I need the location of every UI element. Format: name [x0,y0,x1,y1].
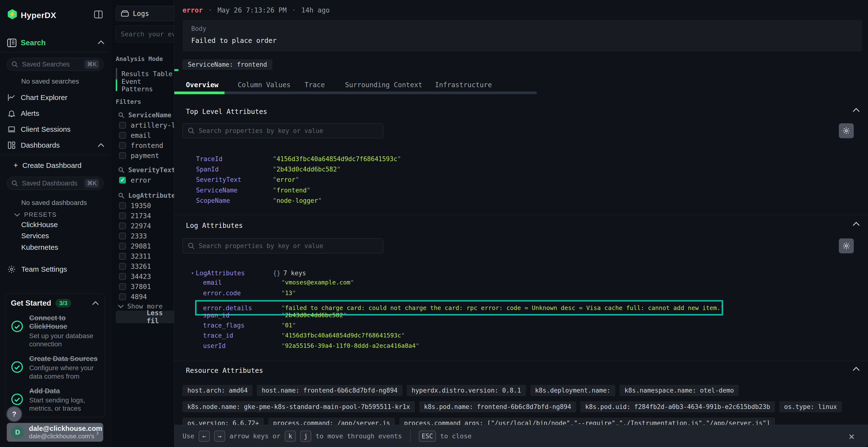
source-select-button[interactable]: Logs [116,6,174,21]
top-level-search-box[interactable] [183,123,383,138]
checkbox[interactable] [119,202,126,209]
sidebar-item-team-settings[interactable]: Team Settings [7,265,67,274]
resource-attribute-chip[interactable]: k8s.node.name: gke-pme-k8s-standard-main… [183,401,415,412]
filter-option[interactable]: frontend [119,141,163,150]
filter-option[interactable]: email [119,131,151,140]
preset-item-kubernetes[interactable]: Kubernetes [21,243,58,251]
checkbox-checked[interactable]: ✓ [119,177,126,183]
collapse-section-icon[interactable] [852,367,862,371]
create-dashboard-button[interactable]: + Create Dashboard [13,161,82,170]
resource-attribute-chip[interactable]: k8s.deployment.name: [530,385,615,396]
tab-trace[interactable]: Trace [305,81,325,89]
checkbox[interactable] [119,233,126,239]
presets-toggle[interactable]: PRESETS [14,211,57,218]
attribute-key[interactable]: trace_flags [203,322,245,329]
less-filters-button[interactable]: Less fil [116,311,174,323]
checkbox[interactable] [119,212,126,219]
resource-attribute-chip[interactable]: host.arch: amd64 [183,385,252,396]
top-level-search-input[interactable] [198,127,378,135]
help-button[interactable]: ? [6,406,22,422]
tab-column-values[interactable]: Column Values [238,81,290,89]
attribute-value[interactable]: "92a55156-39a4-11f0-8ddd-a2eca416a8a4" [281,342,419,349]
checkbox[interactable] [119,253,126,260]
filter-option[interactable]: 29081 [119,241,151,251]
checkbox[interactable] [119,243,126,249]
attribute-value[interactable]: "4156d3fbc40a64854d9dc7f68641593c" [273,156,401,163]
attribute-key[interactable]: ServiceName [196,187,238,194]
collapse-section-icon[interactable] [852,108,862,112]
filter-option[interactable]: 32311 [119,251,151,261]
checkbox[interactable] [119,273,126,280]
sidebar-item-search[interactable]: Search [21,38,45,47]
attribute-value[interactable]: "01" [281,322,296,329]
saved-dashboards-search[interactable]: ⌘K [7,177,104,190]
analysis-mode-event-patterns[interactable]: Event Patterns [116,79,174,91]
key-esc[interactable]: ESC [419,431,436,442]
filter-option[interactable]: 4894 [119,292,147,302]
sidebar-item-alerts[interactable]: Alerts [0,106,111,121]
saved-searches-input[interactable] [22,61,85,68]
filter-option[interactable]: 34423 [119,272,151,281]
search-icon[interactable] [118,166,125,174]
resource-attribute-chip[interactable]: k8s.pod.name: frontend-6b6c8d7bfd-ng894 [419,401,576,412]
attribute-key[interactable]: span_id [203,312,229,319]
attribute-key[interactable]: ScopeName [196,197,230,204]
resource-attribute-chip[interactable]: k8s.pod.uid: f284fb2d-a0b3-4634-991b-e2c… [580,401,775,412]
attribute-key[interactable]: email [203,279,222,286]
preset-item-services[interactable]: Services [21,232,49,240]
settings-gear-button[interactable] [839,123,854,138]
checkbox[interactable] [119,142,126,149]
checkbox[interactable] [119,294,126,300]
filter-option[interactable]: payment [119,151,159,161]
chevron-up-icon[interactable] [92,301,99,306]
key-arrow-right[interactable]: → [214,431,225,442]
tab-infrastructure[interactable]: Infrastructure [435,81,492,89]
checkbox[interactable] [119,152,126,159]
tree-root-row[interactable]: ▾ LogAttributes [191,268,245,278]
checkbox[interactable] [119,122,126,129]
event-search-box[interactable] [116,26,174,42]
attribute-value[interactable]: "13" [281,289,296,297]
key-j[interactable]: j [300,431,311,442]
tab-overview[interactable]: Overview [186,81,218,89]
tab-surrounding-context[interactable]: Surrounding Context [345,81,422,89]
attribute-key[interactable]: error.details [203,304,252,312]
attribute-value[interactable]: "failed to charge card: could not charge… [281,304,724,311]
filter-option[interactable]: 19350 [119,201,151,210]
sidebar-item-client-sessions[interactable]: Client Sessions [0,122,111,136]
attribute-key[interactable]: SeverityText [196,176,241,183]
filter-option[interactable]: ✓error [119,175,151,185]
collapse-section-icon[interactable] [852,221,862,227]
search-icon[interactable] [118,192,125,199]
get-started-item[interactable]: Create Data SourcesConfigure where your … [11,354,99,381]
attribute-key[interactable]: error.code [203,289,241,297]
resource-attribute-chip[interactable]: hyperdx.distro.version: 0.8.1 [407,385,526,396]
search-icon[interactable] [118,111,125,119]
sidebar-item-chart-explorer[interactable]: Chart Explorer [0,91,111,105]
attribute-value[interactable]: "4156d3fbc40a64854d9dc7f68641593c" [281,332,405,339]
checkbox[interactable] [119,222,126,229]
key-arrow-left[interactable]: ← [199,431,210,442]
attribute-value[interactable]: "error" [273,176,299,183]
log-attributes-search-input[interactable] [198,242,378,250]
resource-attribute-chip[interactable]: host.name: frontend-6b6c8d7bfd-ng894 [257,385,402,396]
settings-gear-button[interactable] [839,238,854,253]
filter-option[interactable]: 22974 [119,221,151,231]
chevron-up-icon[interactable] [97,40,105,45]
attribute-value[interactable]: "2b43d0c4dd6bc582" [281,312,347,319]
service-name-chip[interactable]: ServiceName: frontend [183,59,273,70]
checkbox[interactable] [119,132,126,139]
filter-option[interactable]: 37801 [119,282,151,291]
log-attributes-search-box[interactable] [183,238,383,253]
user-menu[interactable]: D dale@clickhouse.com dale@clickhouse.co… [7,423,103,442]
sidebar-item-dashboards[interactable]: Dashboards [0,138,111,152]
saved-searches-search[interactable]: ⌘K [7,58,104,71]
checkbox[interactable] [119,263,126,270]
key-k[interactable]: k [285,431,296,442]
filter-option[interactable]: 2333 [119,231,147,241]
get-started-item[interactable]: Add DataStart sending logs, metrics, or … [11,387,99,413]
filter-option[interactable]: 33261 [119,262,151,271]
attribute-value[interactable]: "vmoses@example.com" [281,279,354,286]
attribute-value[interactable]: "2b43d0c4dd6bc582" [273,166,341,173]
filter-option[interactable]: artillery-loa [119,121,174,130]
